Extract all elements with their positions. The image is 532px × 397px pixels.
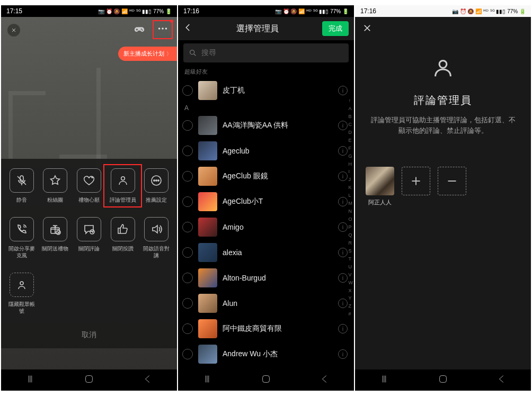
- index-letter[interactable]: Y: [349, 295, 353, 302]
- tool-voice-chat[interactable]: 開啟語音對講: [141, 217, 172, 259]
- info-button[interactable]: i: [338, 146, 348, 156]
- search-input[interactable]: 搜尋: [183, 43, 349, 62]
- info-button[interactable]: i: [338, 86, 348, 95]
- promo-chip[interactable]: 新主播成长计划 〉: [118, 47, 177, 61]
- tool-close-like[interactable]: 關閉按讚: [108, 217, 138, 259]
- radio-unchecked[interactable]: [182, 146, 193, 156]
- tool-fans[interactable]: 粉絲團: [40, 168, 71, 204]
- contact-row[interactable]: Alun i: [178, 291, 354, 316]
- info-button[interactable]: i: [338, 324, 348, 333]
- index-letter[interactable]: T: [349, 256, 353, 263]
- index-letter[interactable]: C: [349, 121, 353, 129]
- contact-row[interactable]: 皮丁机 i: [178, 78, 354, 103]
- index-letter[interactable]: F: [349, 145, 353, 152]
- index-letter[interactable]: L: [349, 192, 353, 200]
- contact-row[interactable]: Andrew Wu 小杰 i: [178, 341, 354, 367]
- contact-row[interactable]: AgeClub 眼鏡 i: [178, 164, 354, 189]
- contact-row[interactable]: AgeClub小T i: [178, 189, 354, 214]
- tool-close-gift[interactable]: 關閉送禮物: [40, 217, 71, 259]
- index-letter[interactable]: P: [349, 224, 353, 231]
- radio-unchecked[interactable]: [182, 171, 193, 182]
- status-time: 17:15: [6, 7, 22, 15]
- info-button[interactable]: i: [338, 248, 348, 257]
- close-button[interactable]: [7, 24, 20, 37]
- tool-hide-viewer[interactable]: 隱藏觀眾帳號: [6, 273, 37, 314]
- index-letter[interactable]: O: [349, 216, 353, 223]
- radio-unchecked[interactable]: [182, 273, 193, 283]
- contact-row[interactable]: Alton-Burgud i: [178, 265, 354, 291]
- contact-row[interactable]: 阿中鐵皮商貿有限 i: [178, 316, 354, 341]
- tool-wish[interactable]: 禮物心願: [74, 168, 104, 204]
- moderator-member[interactable]: 阿正人人: [366, 167, 394, 206]
- recents-button[interactable]: [378, 373, 390, 387]
- info-button[interactable]: i: [338, 197, 348, 206]
- index-letter[interactable]: H: [349, 161, 353, 168]
- contact-row[interactable]: AA鴻洋陶瓷AA 供料 i: [178, 113, 354, 138]
- tool-comment-moderator[interactable]: 評論管理員: [105, 166, 140, 206]
- contact-row[interactable]: Andy i: [178, 367, 354, 369]
- index-letter[interactable]: A: [349, 105, 353, 113]
- index-letter[interactable]: G: [349, 153, 353, 160]
- index-letter[interactable]: I: [349, 168, 353, 176]
- avatar: [198, 116, 217, 135]
- info-button[interactable]: i: [338, 222, 348, 232]
- index-letter[interactable]: V: [349, 272, 353, 279]
- index-letter[interactable]: Z: [349, 303, 353, 310]
- radio-unchecked[interactable]: [182, 247, 193, 258]
- index-letter[interactable]: J: [349, 176, 353, 184]
- radio-unchecked[interactable]: [182, 222, 193, 232]
- recents-button[interactable]: [24, 373, 36, 387]
- tool-recommend-settings[interactable]: 推薦設定: [141, 168, 172, 204]
- add-moderator-button[interactable]: [402, 167, 430, 195]
- index-letter[interactable]: S: [349, 248, 353, 255]
- info-button[interactable]: i: [338, 273, 348, 283]
- index-letter[interactable]: D: [349, 129, 353, 137]
- index-letter[interactable]: ↑: [349, 97, 353, 105]
- radio-unchecked[interactable]: [182, 120, 193, 131]
- info-button[interactable]: i: [338, 172, 348, 181]
- info-button[interactable]: i: [338, 121, 348, 130]
- tool-mute[interactable]: 静音: [6, 168, 37, 204]
- back-button[interactable]: [183, 23, 193, 34]
- home-button[interactable]: [437, 373, 449, 387]
- index-letter[interactable]: E: [349, 137, 353, 145]
- back-button[interactable]: [319, 373, 331, 387]
- more-button[interactable]: [153, 20, 173, 39]
- remove-moderator-button[interactable]: [438, 167, 466, 195]
- radio-unchecked[interactable]: [182, 323, 193, 334]
- index-letter[interactable]: Q: [349, 232, 353, 239]
- index-letter[interactable]: M: [349, 200, 353, 207]
- radio-unchecked[interactable]: [182, 85, 193, 96]
- index-letter[interactable]: X: [349, 287, 353, 295]
- tool-share-mic[interactable]: 開啟分享麥克風: [6, 217, 37, 259]
- contact-list[interactable]: 超級好友 皮丁机 i A AA鴻洋陶瓷AA 供料 i Ageclub i Age…: [178, 66, 354, 369]
- contact-row[interactable]: Ageclub i: [178, 138, 354, 164]
- home-button[interactable]: [260, 373, 272, 387]
- panel-live-settings: 17:15 📷 ⏰ 🔕 📶 ᴴᴰ ⁵ᴳ ▮▮▯ 77% 🔋 新主: [1, 5, 177, 391]
- done-button[interactable]: 完成: [322, 21, 349, 36]
- tool-close-comment[interactable]: 關閉評論: [74, 217, 104, 259]
- contact-row[interactable]: alexia i: [178, 240, 354, 265]
- index-letter[interactable]: #: [349, 311, 353, 318]
- radio-unchecked[interactable]: [182, 298, 193, 309]
- home-button[interactable]: [83, 373, 95, 387]
- info-button[interactable]: i: [338, 349, 348, 359]
- cancel-button[interactable]: 取消: [6, 327, 172, 341]
- index-letter[interactable]: W: [349, 279, 353, 287]
- index-letter[interactable]: U: [349, 264, 353, 271]
- back-button[interactable]: [142, 373, 154, 387]
- alpha-index[interactable]: ↑ABCDEFGHIJKLMNOPQRSTUVWXYZ#: [349, 97, 353, 364]
- recents-button[interactable]: [201, 373, 213, 387]
- status-indicators: 📷 ⏰ 🔕 📶 ᴴᴰ ⁵ᴳ ▮▮▯ 77% 🔋: [452, 8, 526, 14]
- index-letter[interactable]: B: [349, 113, 353, 121]
- close-button[interactable]: [362, 25, 372, 34]
- index-letter[interactable]: R: [349, 240, 353, 247]
- index-letter[interactable]: N: [349, 208, 353, 215]
- game-icon[interactable]: [134, 23, 145, 37]
- index-letter[interactable]: K: [349, 184, 353, 192]
- radio-unchecked[interactable]: [182, 196, 193, 207]
- back-button[interactable]: [496, 373, 508, 387]
- radio-unchecked[interactable]: [182, 349, 193, 359]
- info-button[interactable]: i: [338, 299, 348, 308]
- contact-row[interactable]: Amigo i: [178, 214, 354, 240]
